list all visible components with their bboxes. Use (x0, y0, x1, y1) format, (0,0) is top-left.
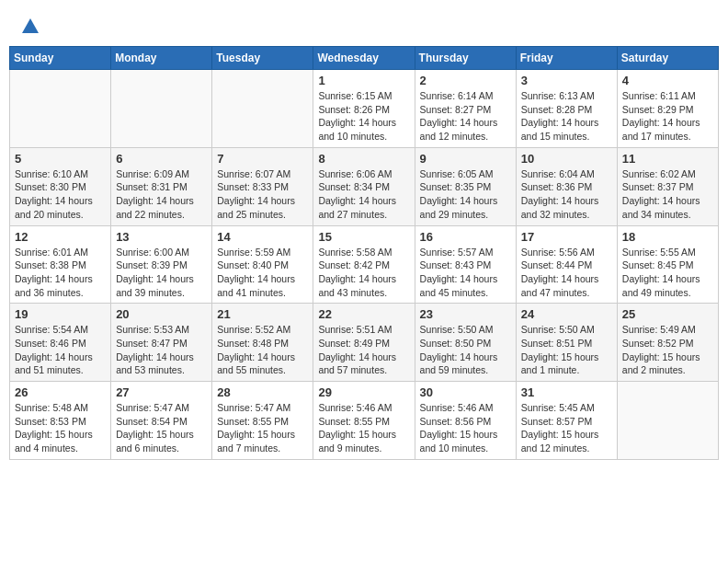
calendar-cell: 15Sunrise: 5:58 AMSunset: 8:42 PMDayligh… (313, 225, 415, 304)
calendar-week-3: 12Sunrise: 6:01 AMSunset: 8:38 PMDayligh… (10, 225, 719, 304)
day-number: 19 (15, 307, 106, 321)
calendar-cell (111, 70, 212, 148)
calendar-cell: 16Sunrise: 5:57 AMSunset: 8:43 PMDayligh… (415, 225, 516, 304)
day-info: Sunrise: 5:46 AMSunset: 8:56 PMDaylight:… (420, 401, 511, 455)
calendar-cell: 13Sunrise: 6:00 AMSunset: 8:39 PMDayligh… (111, 225, 212, 304)
day-info: Sunrise: 5:50 AMSunset: 8:51 PMDaylight:… (521, 323, 612, 377)
day-info: Sunrise: 5:51 AMSunset: 8:49 PMDaylight:… (318, 323, 409, 377)
day-number: 29 (318, 385, 409, 399)
page-header (9, 9, 719, 40)
calendar-cell: 2Sunrise: 6:14 AMSunset: 8:27 PMDaylight… (415, 70, 516, 148)
day-number: 24 (521, 307, 612, 321)
day-number: 31 (521, 385, 612, 399)
calendar-cell: 12Sunrise: 6:01 AMSunset: 8:38 PMDayligh… (10, 225, 111, 304)
calendar-week-5: 26Sunrise: 5:48 AMSunset: 8:53 PMDayligh… (10, 382, 719, 460)
day-info: Sunrise: 5:47 AMSunset: 8:54 PMDaylight:… (116, 401, 207, 455)
logo-icon (20, 17, 40, 37)
day-number: 7 (217, 152, 308, 166)
calendar-header-friday: Friday (516, 47, 617, 70)
day-number: 21 (217, 307, 308, 321)
calendar-cell: 14Sunrise: 5:59 AMSunset: 8:40 PMDayligh… (212, 225, 313, 304)
day-number: 11 (622, 152, 713, 166)
calendar-header-tuesday: Tuesday (212, 47, 313, 70)
calendar-cell: 19Sunrise: 5:54 AMSunset: 8:46 PMDayligh… (10, 304, 111, 382)
day-info: Sunrise: 5:48 AMSunset: 8:53 PMDaylight:… (15, 401, 106, 455)
calendar-cell: 20Sunrise: 5:53 AMSunset: 8:47 PMDayligh… (111, 304, 212, 382)
calendar-cell: 8Sunrise: 6:06 AMSunset: 8:34 PMDaylight… (313, 147, 415, 225)
day-info: Sunrise: 6:14 AMSunset: 8:27 PMDaylight:… (420, 89, 511, 144)
calendar-week-1: 1Sunrise: 6:15 AMSunset: 8:26 PMDaylight… (10, 70, 719, 148)
day-info: Sunrise: 6:02 AMSunset: 8:37 PMDaylight:… (622, 167, 713, 222)
day-info: Sunrise: 5:58 AMSunset: 8:42 PMDaylight:… (318, 246, 409, 300)
day-number: 16 (420, 230, 511, 244)
calendar-cell: 22Sunrise: 5:51 AMSunset: 8:49 PMDayligh… (313, 304, 415, 382)
calendar-cell: 21Sunrise: 5:52 AMSunset: 8:48 PMDayligh… (212, 304, 313, 382)
day-number: 27 (116, 385, 207, 399)
logo (18, 17, 42, 37)
day-number: 9 (420, 152, 511, 166)
day-info: Sunrise: 6:09 AMSunset: 8:31 PMDaylight:… (116, 167, 207, 222)
day-number: 14 (217, 230, 308, 244)
day-info: Sunrise: 5:46 AMSunset: 8:55 PMDaylight:… (318, 401, 409, 455)
day-info: Sunrise: 5:45 AMSunset: 8:57 PMDaylight:… (521, 401, 612, 455)
calendar-header-sunday: Sunday (10, 47, 111, 70)
day-number: 20 (116, 307, 207, 321)
calendar-cell: 18Sunrise: 5:55 AMSunset: 8:45 PMDayligh… (617, 225, 718, 304)
day-number: 15 (318, 230, 409, 244)
day-info: Sunrise: 5:59 AMSunset: 8:40 PMDaylight:… (217, 246, 308, 300)
day-number: 10 (521, 152, 612, 166)
svg-marker-0 (22, 18, 39, 33)
day-info: Sunrise: 5:56 AMSunset: 8:44 PMDaylight:… (521, 246, 612, 300)
day-number: 12 (15, 230, 106, 244)
day-number: 25 (622, 307, 713, 321)
calendar-week-2: 5Sunrise: 6:10 AMSunset: 8:30 PMDaylight… (10, 147, 719, 225)
day-info: Sunrise: 5:49 AMSunset: 8:52 PMDaylight:… (622, 323, 713, 377)
calendar-cell: 5Sunrise: 6:10 AMSunset: 8:30 PMDaylight… (10, 147, 111, 225)
calendar-cell: 26Sunrise: 5:48 AMSunset: 8:53 PMDayligh… (10, 382, 111, 460)
day-info: Sunrise: 6:13 AMSunset: 8:28 PMDaylight:… (521, 89, 612, 144)
calendar-cell: 25Sunrise: 5:49 AMSunset: 8:52 PMDayligh… (617, 304, 718, 382)
calendar-cell: 17Sunrise: 5:56 AMSunset: 8:44 PMDayligh… (516, 225, 617, 304)
day-info: Sunrise: 6:06 AMSunset: 8:34 PMDaylight:… (318, 167, 409, 222)
day-number: 1 (318, 74, 409, 87)
day-info: Sunrise: 6:15 AMSunset: 8:26 PMDaylight:… (318, 89, 409, 144)
day-info: Sunrise: 5:53 AMSunset: 8:47 PMDaylight:… (116, 323, 207, 377)
day-info: Sunrise: 5:47 AMSunset: 8:55 PMDaylight:… (217, 401, 308, 455)
calendar-cell (10, 70, 111, 148)
day-info: Sunrise: 6:01 AMSunset: 8:38 PMDaylight:… (15, 246, 106, 300)
calendar-cell (212, 70, 313, 148)
calendar-cell: 3Sunrise: 6:13 AMSunset: 8:28 PMDaylight… (516, 70, 617, 148)
day-info: Sunrise: 6:11 AMSunset: 8:29 PMDaylight:… (622, 89, 713, 144)
day-info: Sunrise: 6:04 AMSunset: 8:36 PMDaylight:… (521, 167, 612, 222)
calendar-header-saturday: Saturday (617, 47, 718, 70)
day-number: 6 (116, 152, 207, 166)
calendar-cell: 30Sunrise: 5:46 AMSunset: 8:56 PMDayligh… (415, 382, 516, 460)
day-number: 23 (420, 307, 511, 321)
day-number: 30 (420, 385, 511, 399)
day-info: Sunrise: 5:52 AMSunset: 8:48 PMDaylight:… (217, 323, 308, 377)
day-number: 13 (116, 230, 207, 244)
day-info: Sunrise: 6:00 AMSunset: 8:39 PMDaylight:… (116, 246, 207, 300)
calendar-cell: 24Sunrise: 5:50 AMSunset: 8:51 PMDayligh… (516, 304, 617, 382)
calendar-week-4: 19Sunrise: 5:54 AMSunset: 8:46 PMDayligh… (10, 304, 719, 382)
calendar-cell: 10Sunrise: 6:04 AMSunset: 8:36 PMDayligh… (516, 147, 617, 225)
calendar-cell: 6Sunrise: 6:09 AMSunset: 8:31 PMDaylight… (111, 147, 212, 225)
calendar-cell: 9Sunrise: 6:05 AMSunset: 8:35 PMDaylight… (415, 147, 516, 225)
day-number: 22 (318, 307, 409, 321)
calendar-cell: 11Sunrise: 6:02 AMSunset: 8:37 PMDayligh… (617, 147, 718, 225)
day-number: 8 (318, 152, 409, 166)
day-number: 5 (15, 152, 106, 166)
calendar-cell: 4Sunrise: 6:11 AMSunset: 8:29 PMDaylight… (617, 70, 718, 148)
calendar-cell: 23Sunrise: 5:50 AMSunset: 8:50 PMDayligh… (415, 304, 516, 382)
day-info: Sunrise: 6:10 AMSunset: 8:30 PMDaylight:… (15, 167, 106, 222)
day-number: 26 (15, 385, 106, 399)
day-number: 18 (622, 230, 713, 244)
calendar-cell: 1Sunrise: 6:15 AMSunset: 8:26 PMDaylight… (313, 70, 415, 148)
day-info: Sunrise: 5:54 AMSunset: 8:46 PMDaylight:… (15, 323, 106, 377)
day-number: 2 (420, 74, 511, 87)
calendar-cell: 31Sunrise: 5:45 AMSunset: 8:57 PMDayligh… (516, 382, 617, 460)
day-info: Sunrise: 5:57 AMSunset: 8:43 PMDaylight:… (420, 246, 511, 300)
day-number: 17 (521, 230, 612, 244)
day-number: 4 (622, 74, 713, 87)
calendar-cell: 27Sunrise: 5:47 AMSunset: 8:54 PMDayligh… (111, 382, 212, 460)
